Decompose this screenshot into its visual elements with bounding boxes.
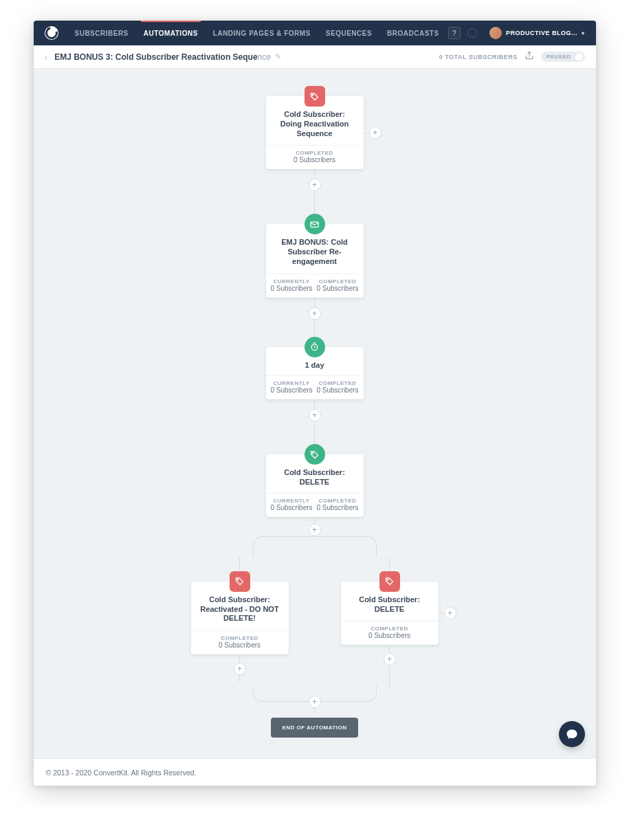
stat-value: 0 Subscribers (315, 386, 361, 394)
tag-icon (379, 571, 400, 592)
copyright: © 2013 - 2020 ConvertKit. All Rights Res… (46, 769, 197, 777)
add-step-button[interactable]: + (309, 524, 321, 536)
node-condition-tag[interactable]: Cold Subscriber: DELETE CURRENTLY 0 Subs… (266, 454, 364, 517)
stat-label: COMPLETED (194, 635, 286, 641)
mail-icon (305, 214, 325, 234)
user-menu[interactable]: PRODUCTIVE BLOG... ▾ (489, 27, 585, 39)
tag-icon (230, 571, 250, 592)
stat-value: 0 Subscribers (269, 156, 361, 164)
nav-sequences[interactable]: SEQUENCES (326, 21, 372, 45)
status-label: PAUSED (547, 54, 571, 60)
node-title: Cold Subscriber: DELETE (346, 595, 433, 615)
node-branch-delete[interactable]: Cold Subscriber: DELETE COMPLETED 0 Subs… (341, 582, 439, 645)
stat-label: COMPLETED (315, 278, 361, 285)
end-of-automation: END OF AUTOMATION (271, 718, 357, 738)
automation-canvas[interactable]: Cold Subscriber: Doing Reactivation Sequ… (34, 69, 596, 758)
app-frame: SUBSCRIBERS AUTOMATIONS LANDING PAGES & … (34, 21, 596, 786)
add-branch-button[interactable]: + (444, 607, 456, 619)
node-branch-reactivated[interactable]: Cold Subscriber: Reactivated - DO NOT DE… (191, 582, 289, 654)
node-delay[interactable]: 1 day CURRENTLY 0 Subscribers COMPLETED … (266, 347, 364, 400)
add-step-button[interactable]: + (309, 696, 321, 708)
stat-value: 0 Subscribers (269, 285, 315, 292)
stat-value: 0 Subscribers (315, 504, 361, 511)
nav-subscribers[interactable]: SUBSCRIBERS (75, 21, 129, 45)
nav-broadcasts[interactable]: BROADCASTS (387, 21, 439, 45)
stat-label: CURRENTLY (269, 380, 315, 386)
nav-links: SUBSCRIBERS AUTOMATIONS LANDING PAGES & … (75, 21, 439, 45)
node-trigger-tag[interactable]: Cold Subscriber: Doing Reactivation Sequ… (266, 96, 364, 169)
branch-split: Cold Subscriber: Reactivated - DO NOT DE… (191, 557, 439, 691)
title-text-main: EMJ BONUS 3: Cold Subscriber Reactivatio… (54, 52, 257, 62)
toggle-knob (575, 53, 583, 60)
svg-point-0 (312, 94, 313, 96)
help-button[interactable]: ? (448, 27, 461, 39)
stat-value: 0 Subscribers (269, 504, 315, 511)
clock-icon (305, 337, 325, 357)
node-title: Cold Subscriber: Reactivated - DO NOT DE… (197, 595, 283, 623)
user-name: PRODUCTIVE BLOG... (506, 30, 577, 36)
add-step-button[interactable]: + (309, 179, 321, 191)
nav-automations[interactable]: AUTOMATIONS (144, 21, 198, 45)
tag-icon (305, 86, 325, 107)
chevron-down-icon: ▾ (582, 30, 585, 36)
svg-point-5 (387, 579, 388, 580)
stat-value: 0 Subscribers (315, 285, 361, 292)
add-step-button[interactable]: + (234, 663, 246, 675)
loading-icon (467, 28, 477, 38)
stat-label: COMPLETED (269, 150, 361, 156)
add-step-button[interactable]: + (309, 409, 321, 421)
add-step-button[interactable]: + (384, 653, 396, 665)
svg-point-4 (237, 579, 239, 580)
share-icon[interactable] (525, 51, 534, 63)
avatar-icon (489, 27, 502, 39)
stat-label: CURRENTLY (269, 498, 315, 504)
svg-point-3 (312, 452, 313, 454)
add-trigger-button[interactable]: + (369, 126, 382, 139)
automation-title: EMJ BONUS 3: Cold Subscriber Reactivatio… (54, 52, 271, 62)
stat-value: 0 Subscribers (194, 641, 286, 649)
back-button[interactable]: ‹ (45, 52, 48, 63)
page-subheader: ‹ EMJ BONUS 3: Cold Subscriber Reactivat… (34, 45, 596, 69)
node-title: Cold Subscriber: DELETE (272, 468, 358, 487)
chat-button[interactable] (559, 721, 585, 747)
node-title: EMJ BONUS: Cold Subscriber Re-engagement (272, 238, 358, 266)
edit-title-icon[interactable]: ✎ (275, 52, 281, 61)
stat-label: COMPLETED (344, 626, 436, 632)
node-email-sequence[interactable]: EMJ BONUS: Cold Subscriber Re-engagement… (266, 224, 364, 297)
tag-icon (305, 444, 325, 465)
logo-icon[interactable] (45, 26, 58, 40)
node-title: Cold Subscriber: Doing Reactivation Sequ… (272, 110, 358, 138)
title-text-faded: nce (258, 52, 271, 62)
top-nav: SUBSCRIBERS AUTOMATIONS LANDING PAGES & … (34, 21, 596, 45)
stat-value: 0 Subscribers (269, 386, 315, 394)
status-toggle[interactable]: PAUSED (541, 52, 585, 62)
stat-label: COMPLETED (315, 380, 361, 386)
footer: © 2013 - 2020 ConvertKit. All Rights Res… (34, 758, 596, 786)
nav-landing-pages[interactable]: LANDING PAGES & FORMS (213, 21, 311, 45)
total-subscribers: 0 TOTAL SUBSCRIBERS (439, 54, 518, 60)
stat-value: 0 Subscribers (344, 632, 436, 639)
stat-label: COMPLETED (315, 498, 361, 504)
node-title: 1 day (272, 361, 358, 371)
add-step-button[interactable]: + (309, 307, 321, 320)
stat-label: CURRENTLY (269, 278, 315, 285)
